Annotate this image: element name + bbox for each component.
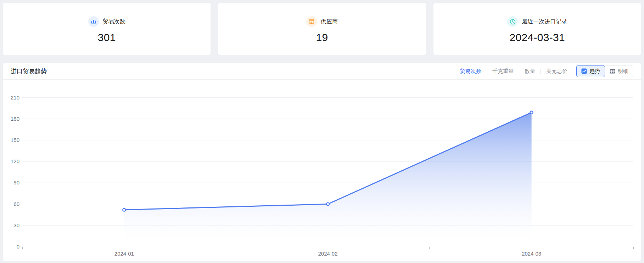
x-axis-label: 2024-02	[318, 251, 337, 257]
stat-value: 2024-03-31	[510, 32, 565, 44]
metric-tab-trade-count[interactable]: 贸易次数	[460, 68, 481, 75]
data-point[interactable]	[123, 208, 125, 211]
trend-chart-icon	[581, 68, 587, 74]
stat-card-trade-count: 贸易次数 301	[3, 3, 211, 55]
y-axis-label: 120	[11, 158, 19, 164]
panel-controls: 贸易次数 千克重量 数量 美元总价 趋势	[460, 65, 633, 77]
x-axis-label: 2024-01	[114, 251, 134, 257]
trend-chart-container: 03060901201501802102024-012024-022024-03	[3, 80, 641, 261]
metric-tab-quantity[interactable]: 数量	[525, 68, 535, 75]
y-axis-label: 90	[13, 179, 19, 185]
y-axis-label: 60	[13, 201, 19, 207]
stat-card-header: 贸易次数	[88, 16, 125, 27]
tab-divider	[519, 69, 519, 74]
view-button-label: 明细	[618, 68, 628, 75]
stat-card-last-import: 最近一次进口记录 2024-03-31	[433, 3, 641, 55]
stat-label: 供应商	[321, 18, 338, 25]
stat-card-header: 最近一次进口记录	[507, 16, 567, 27]
table-icon	[610, 68, 615, 74]
y-axis-label: 0	[17, 244, 19, 250]
data-point[interactable]	[326, 203, 329, 206]
y-axis-label: 210	[11, 95, 19, 101]
metric-tab-kg-weight[interactable]: 千克重量	[492, 68, 514, 75]
stat-label: 最近一次进口记录	[522, 18, 567, 25]
view-toggle-group: 趋势 明细	[576, 65, 633, 77]
tab-divider	[487, 69, 487, 74]
stat-card-suppliers: 供应商 19	[218, 3, 426, 55]
panel-title: 进口贸易趋势	[11, 67, 47, 75]
y-axis-label: 30	[13, 222, 19, 228]
shop-icon	[306, 16, 317, 27]
stats-row: 贸易次数 301 供应商 19	[3, 3, 641, 55]
tab-divider	[541, 69, 541, 74]
detail-view-button[interactable]: 明细	[605, 65, 633, 77]
trend-view-button[interactable]: 趋势	[576, 65, 605, 77]
clock-icon	[507, 16, 518, 27]
y-axis-label: 150	[11, 137, 19, 143]
stat-value: 301	[98, 32, 116, 44]
stat-card-header: 供应商	[306, 16, 338, 27]
bar-chart-icon	[88, 16, 99, 27]
y-axis-label: 180	[11, 116, 19, 122]
metric-tab-usd-total[interactable]: 美元总价	[546, 68, 567, 75]
import-trend-panel: 进口贸易趋势 贸易次数 千克重量 数量 美元总价	[3, 63, 641, 261]
trend-panel-header: 进口贸易趋势 贸易次数 千克重量 数量 美元总价	[3, 63, 641, 80]
view-button-label: 趋势	[589, 68, 600, 75]
x-axis-label: 2024-03	[522, 251, 541, 257]
stat-value: 19	[316, 32, 328, 44]
metric-tabs: 贸易次数 千克重量 数量 美元总价	[460, 68, 567, 75]
trend-area-chart: 03060901201501802102024-012024-022024-03	[3, 80, 641, 261]
data-point[interactable]	[530, 111, 533, 114]
stat-label: 贸易次数	[103, 18, 125, 25]
series-area	[124, 113, 531, 247]
